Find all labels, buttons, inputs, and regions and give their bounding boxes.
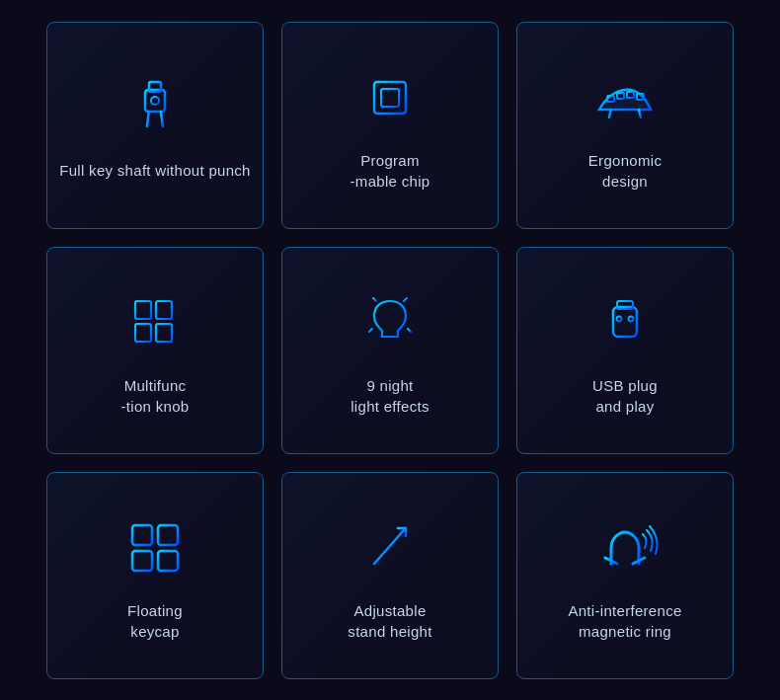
svg-rect-59 [158,551,178,571]
card-label: Ergonomicdesign [588,151,662,192]
card-label: Program-mable chip [351,151,430,192]
card-label: Adjustablestand height [348,601,431,642]
keycap-icon [116,508,195,587]
svg-line-61 [374,530,404,564]
light-icon [351,283,429,362]
stand-icon [351,508,429,587]
svg-line-45 [373,298,376,301]
svg-line-2 [147,112,149,126]
usb-icon [585,283,664,362]
card-full-key-shaft: Full key shaft without punch [46,22,264,229]
svg-line-49 [369,329,372,332]
card-label: Anti-interferencemagnetic ring [568,601,681,642]
card-usb-plug: USB plugand play [516,247,734,454]
svg-rect-58 [132,551,152,571]
svg-point-52 [617,317,622,322]
svg-rect-6 [381,89,399,107]
svg-point-4 [151,97,159,105]
card-programmable-chip: Program-mable chip [281,22,499,229]
svg-rect-5 [374,82,406,114]
key-shaft-icon [116,68,195,147]
card-multifunction-knob: Multifunc-tion knob [46,247,264,454]
svg-line-48 [408,329,411,332]
card-adjustable-stand: Adjustablestand height [281,472,499,679]
features-grid: Full key shaft without punch [17,0,763,700]
knob-icon [116,283,195,362]
svg-point-53 [629,317,634,322]
svg-rect-57 [158,525,178,545]
svg-rect-0 [145,90,165,112]
card-label: Full key shaft without punch [59,161,251,181]
card-label: 9 nightlight effects [351,376,429,417]
chip-icon [351,58,429,137]
card-label: Multifunc-tion knob [121,376,190,417]
svg-line-3 [161,112,163,126]
svg-rect-50 [613,307,637,337]
card-label: USB plugand play [592,376,658,417]
svg-rect-56 [132,525,152,545]
ergonomic-icon [585,58,664,137]
magnetic-icon [585,508,664,587]
card-floating-keycap: Floatingkeycap [46,472,264,679]
card-label: Floatingkeycap [127,601,183,642]
card-magnetic-ring: Anti-interferencemagnetic ring [516,472,734,679]
card-ergonomic-design: Ergonomicdesign [516,22,734,229]
card-night-light: 9 nightlight effects [281,247,499,454]
svg-line-44 [404,298,407,301]
